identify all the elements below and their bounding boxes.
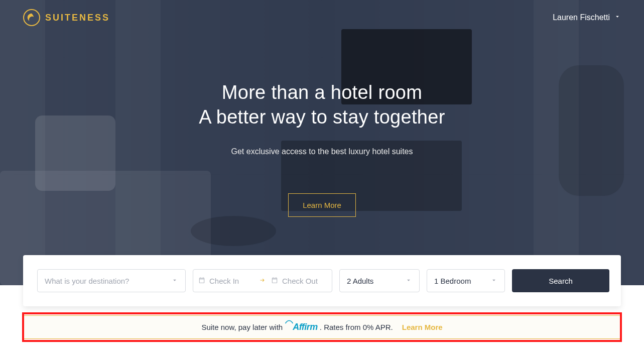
checkout-placeholder: Check Out — [282, 277, 318, 285]
checkin-placeholder: Check In — [209, 277, 239, 285]
chevron-down-icon — [490, 277, 497, 285]
hero-content: More than a hotel room A better way to s… — [0, 26, 644, 217]
date-range-field[interactable]: Check In Check Out — [193, 269, 332, 292]
search-card: What is your destination? Check In Check… — [23, 255, 621, 306]
user-menu[interactable]: Lauren Fischetti — [553, 13, 621, 22]
affirm-learn-more-link[interactable]: Learn More — [402, 323, 443, 331]
learn-more-button[interactable]: Learn More — [288, 193, 356, 217]
arrow-right-icon — [259, 277, 266, 285]
bedrooms-value: 1 Bedroom — [434, 277, 471, 285]
hero-headline: More than a hotel room A better way to s… — [0, 80, 644, 130]
affirm-text-before: Suite now, pay later with — [201, 323, 283, 331]
hero-headline-line1: More than a hotel room — [222, 82, 422, 103]
brand-name: SUITENESS — [45, 13, 110, 23]
calendar-icon — [271, 277, 278, 285]
affirm-banner-wrap: Suite now, pay later with Affirm . Rates… — [23, 315, 621, 339]
search-button[interactable]: Search — [512, 269, 609, 292]
hero-subhead: Get exclusive access to the best luxury … — [0, 147, 644, 156]
affirm-logo-text: Affirm — [293, 322, 318, 332]
calendar-icon — [198, 277, 205, 285]
checkout-field[interactable]: Check Out — [271, 277, 327, 285]
guests-select[interactable]: 2 Adults — [339, 269, 420, 292]
guests-value: 2 Adults — [347, 277, 373, 285]
destination-placeholder: What is your destination? — [45, 277, 129, 285]
brand-logo[interactable]: SUITENESS — [23, 9, 110, 26]
chevron-down-icon — [614, 13, 621, 22]
chevron-down-icon — [405, 277, 412, 285]
affirm-text-after: . Rates from 0% APR. — [320, 323, 393, 331]
hero-section: SUITENESS Lauren Fischetti More than a h… — [0, 0, 644, 285]
user-name: Lauren Fischetti — [553, 13, 610, 22]
affirm-logo: Affirm — [285, 322, 318, 332]
topbar: SUITENESS Lauren Fischetti — [0, 0, 644, 26]
hero-headline-line2: A better way to stay together — [199, 106, 445, 128]
destination-select[interactable]: What is your destination? — [37, 269, 186, 292]
chevron-down-icon — [171, 277, 178, 285]
brand-logo-icon — [23, 9, 40, 26]
checkin-field[interactable]: Check In — [198, 277, 254, 285]
bedrooms-select[interactable]: 1 Bedroom — [427, 269, 505, 292]
affirm-banner: Suite now, pay later with Affirm . Rates… — [23, 315, 621, 339]
